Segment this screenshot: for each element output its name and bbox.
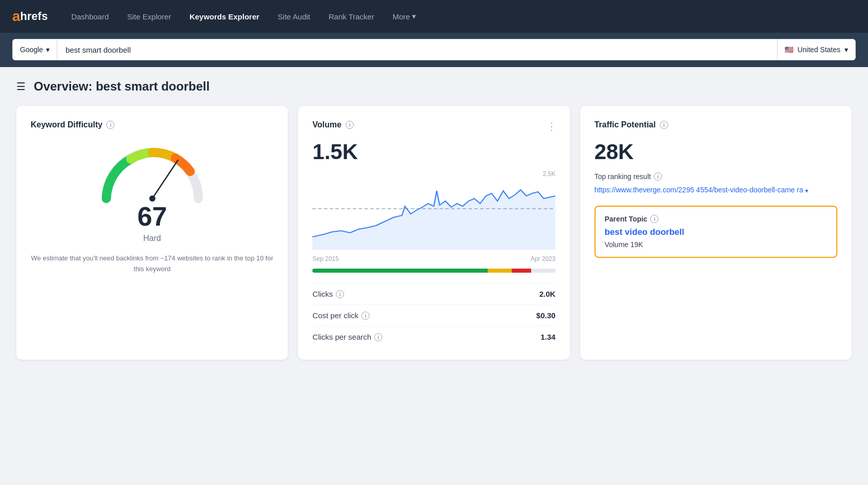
kd-info-icon[interactable]: i bbox=[106, 121, 115, 129]
top-ranking-url[interactable]: https://www.theverge.com/2295 4554/best-… bbox=[595, 185, 837, 195]
nav-site-explorer[interactable]: Site Explorer bbox=[120, 8, 178, 25]
gauge-svg bbox=[96, 140, 209, 206]
chart-x-start: Sep 2015 bbox=[312, 255, 338, 262]
chevron-down-icon: ▾ bbox=[412, 12, 416, 21]
traffic-card-label: Traffic Potential i bbox=[595, 120, 837, 129]
parent-topic-info-icon[interactable]: i bbox=[650, 215, 658, 223]
page-header: ☰ Overview: best smart doorbell bbox=[16, 79, 852, 94]
traffic-value: 28K bbox=[595, 140, 837, 164]
volume-value: 1.5K bbox=[312, 140, 555, 164]
nav-rank-tracker[interactable]: Rank Tracker bbox=[322, 8, 381, 25]
parent-topic-box: Parent Topic i best video doorbell Volum… bbox=[595, 206, 837, 258]
chart-x-end: Apr 2023 bbox=[531, 255, 556, 262]
cpc-info-icon[interactable]: i bbox=[361, 312, 370, 320]
nav-site-audit[interactable]: Site Audit bbox=[270, 8, 317, 25]
keyword-difficulty-card: Keyword Difficulty i bbox=[16, 106, 288, 360]
engine-dropdown[interactable]: Google ▾ bbox=[12, 39, 57, 60]
volume-card-label: Volume i bbox=[312, 120, 555, 129]
nav-more[interactable]: More ▾ bbox=[385, 8, 423, 25]
search-input[interactable] bbox=[57, 39, 777, 60]
traffic-info-icon[interactable]: i bbox=[660, 121, 668, 129]
nav-keywords-explorer[interactable]: Keywords Explorer bbox=[182, 8, 267, 25]
volume-info-icon[interactable]: i bbox=[346, 121, 354, 129]
top-ranking-info-icon[interactable]: i bbox=[654, 172, 662, 181]
chart-y-label: 2.5K bbox=[543, 170, 556, 178]
cps-value: 1.34 bbox=[540, 333, 555, 341]
logo-hrefs: hrefs bbox=[20, 10, 48, 23]
cps-info-icon[interactable]: i bbox=[374, 333, 382, 341]
cps-row: Clicks per search i 1.34 bbox=[312, 326, 555, 347]
page-title: Overview: best smart doorbell bbox=[34, 79, 210, 94]
logo[interactable]: a hrefs bbox=[12, 8, 48, 25]
hamburger-icon[interactable]: ☰ bbox=[16, 80, 26, 93]
kd-description: We estimate that you'll need backlinks f… bbox=[31, 253, 273, 275]
kd-card-label: Keyword Difficulty i bbox=[31, 120, 273, 129]
page-content: ☰ Overview: best smart doorbell Keyword … bbox=[0, 67, 868, 372]
nav-dashboard[interactable]: Dashboard bbox=[64, 8, 116, 25]
cpc-row: Cost per click i $0.30 bbox=[312, 304, 555, 326]
navbar: a hrefs Dashboard Site Explorer Keywords… bbox=[0, 0, 868, 33]
chevron-down-icon: ▾ bbox=[46, 46, 50, 54]
country-dropdown[interactable]: 🇺🇸 United States ▾ bbox=[777, 39, 856, 60]
search-bar: Google ▾ 🇺🇸 United States ▾ bbox=[0, 33, 868, 67]
volume-more-button[interactable]: ⋮ bbox=[546, 120, 558, 133]
parent-topic-link[interactable]: best video doorbell bbox=[605, 227, 827, 237]
parent-topic-volume: Volume 19K bbox=[605, 240, 827, 249]
volume-chart: 2.5K Sep 2015 Apr 2023 bbox=[312, 170, 555, 262]
cards-row: Keyword Difficulty i bbox=[16, 106, 852, 360]
volume-bar-track bbox=[312, 269, 555, 273]
traffic-potential-card: Traffic Potential i 28K Top ranking resu… bbox=[580, 106, 852, 360]
volume-chart-svg bbox=[312, 170, 555, 250]
kd-difficulty-text: Hard bbox=[143, 234, 161, 243]
clicks-info-icon[interactable]: i bbox=[336, 290, 344, 298]
volume-bar-yellow bbox=[488, 269, 512, 273]
volume-bar-green bbox=[312, 269, 487, 273]
chevron-down-icon: ▾ bbox=[844, 46, 848, 54]
svg-line-0 bbox=[152, 160, 178, 199]
volume-bar-red bbox=[512, 269, 531, 273]
parent-topic-label: Parent Topic i bbox=[605, 215, 827, 223]
url-dropdown-arrow: ▾ bbox=[805, 186, 808, 195]
gauge-container: 67 Hard bbox=[31, 140, 273, 243]
volume-card: Volume i ⋮ 1.5K 2.5K Sep 2015 Apr 2023 bbox=[298, 106, 569, 360]
logo-a: a bbox=[12, 8, 20, 25]
cpc-value: $0.30 bbox=[536, 311, 556, 320]
clicks-row: Clicks i 2.0K bbox=[312, 283, 555, 304]
kd-score: 67 bbox=[138, 201, 167, 232]
top-ranking-label: Top ranking result i bbox=[595, 172, 837, 181]
flag-icon: 🇺🇸 bbox=[785, 46, 793, 54]
clicks-value: 2.0K bbox=[539, 290, 556, 298]
